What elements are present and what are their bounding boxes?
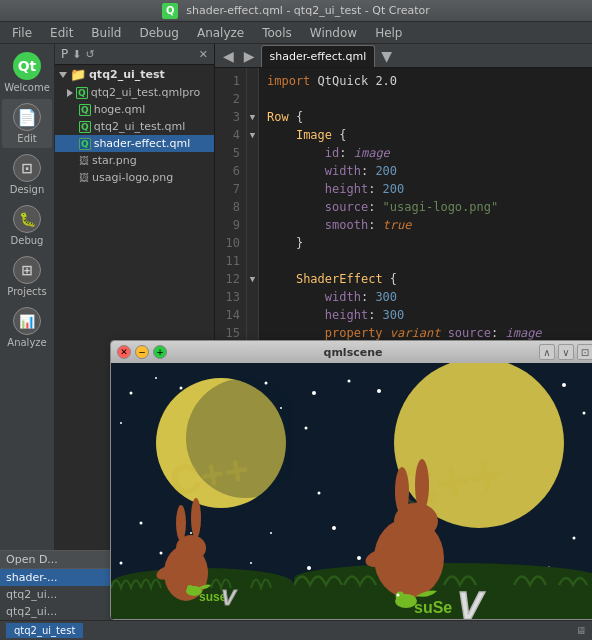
tree-item-qmlpro[interactable]: Q qtq2_ui_test.qmlpro xyxy=(55,84,214,101)
code-line-6: width: 200 xyxy=(267,162,584,180)
qtq2ui-file-icon: Q xyxy=(79,121,91,133)
prev-tab-btn[interactable]: ◀ xyxy=(219,48,238,64)
menu-help[interactable]: Help xyxy=(367,24,410,42)
menu-file[interactable]: File xyxy=(4,24,40,42)
sidebar-label-debug: Debug xyxy=(11,235,44,246)
code-line-2 xyxy=(267,90,584,108)
linenum-13: 13 xyxy=(221,288,240,306)
menu-analyze[interactable]: Analyze xyxy=(189,24,252,42)
tab-label-shader: shader-effect.qml xyxy=(270,50,367,63)
linenum-7: 7 xyxy=(221,180,240,198)
projects-icon: ⊞ xyxy=(13,256,41,284)
qmlscene-left-panel: C++ xyxy=(111,363,294,619)
linenum-14: 14 xyxy=(221,306,240,324)
editor-tabs: ◀ ▶ shader-effect.qml ▼ xyxy=(215,44,592,68)
fold-4[interactable]: ▼ xyxy=(247,126,258,144)
fold-3[interactable]: ▼ xyxy=(247,108,258,126)
fold-7 xyxy=(247,180,258,198)
svg-point-36 xyxy=(583,412,586,415)
analyze-icon: 📊 xyxy=(13,307,41,335)
linenum-2: 2 xyxy=(221,90,240,108)
folder-icon: 📁 xyxy=(70,67,86,82)
expand-icon-qmlpro xyxy=(67,89,73,97)
fold-10 xyxy=(247,234,258,252)
menu-tools[interactable]: Tools xyxy=(254,24,300,42)
tree-root[interactable]: 📁 qtq2_ui_test xyxy=(55,65,214,84)
code-line-5: id: image xyxy=(267,144,584,162)
shader-file-icon: Q xyxy=(79,138,91,150)
code-line-1: import QtQuick 2.0 xyxy=(267,72,584,90)
qmlscene-titlebar: ✕ − + qmlscene ∧ ∨ ⊡ xyxy=(111,341,592,363)
qt-icon: Qt xyxy=(13,52,41,80)
qmlpro-label: qtq2_ui_test.qmlpro xyxy=(91,86,201,99)
tree-item-shader[interactable]: Q shader-effect.qml xyxy=(55,135,214,152)
sidebar-label-design: Design xyxy=(10,184,45,195)
usagi-label: usagi-logo.png xyxy=(92,171,173,184)
fold-1 xyxy=(247,72,258,90)
tree-item-qtq2ui[interactable]: Q qtq2_ui_test.qml xyxy=(55,118,214,135)
tree-item-hoge[interactable]: Q hoge.qml xyxy=(55,101,214,118)
svg-point-39 xyxy=(357,556,361,560)
svg-text:suSe: suSe xyxy=(414,599,452,616)
qmlscene-max-btn[interactable]: + xyxy=(153,345,167,359)
linenum-1: 1 xyxy=(221,72,240,90)
code-line-13: width: 300 xyxy=(267,288,584,306)
sidebar-item-debug[interactable]: 🐛 Debug xyxy=(2,201,52,250)
fold-14 xyxy=(247,306,258,324)
svg-point-12 xyxy=(160,552,163,555)
hoge-label: hoge.qml xyxy=(94,103,146,116)
qmlscene-min-btn[interactable]: − xyxy=(135,345,149,359)
sidebar-item-design[interactable]: ⊡ Design xyxy=(2,150,52,199)
star-label: star.png xyxy=(92,154,137,167)
linenum-9: 9 xyxy=(221,216,240,234)
menu-debug[interactable]: Debug xyxy=(131,24,186,42)
close-tree-btn[interactable]: ✕ xyxy=(199,48,208,61)
svg-point-25 xyxy=(187,585,193,591)
linenum-10: 10 xyxy=(221,234,240,252)
monitor-icon: 🖥 xyxy=(576,625,586,636)
qtq2ui-label: qtq2_ui_test.qml xyxy=(94,120,186,133)
next-tab-btn[interactable]: ▶ xyxy=(240,48,259,64)
fold-12[interactable]: ▼ xyxy=(247,270,258,288)
tree-item-usagi[interactable]: 🖼 usagi-logo.png xyxy=(55,169,214,186)
shader-label: shader-effect.qml xyxy=(94,137,191,150)
svg-point-5 xyxy=(155,377,157,379)
fold-11 xyxy=(247,252,258,270)
linenum-11: 11 xyxy=(221,252,240,270)
sidebar-label-welcome: Welcome xyxy=(4,82,50,93)
fold-13 xyxy=(247,288,258,306)
tab-shader-effect[interactable]: shader-effect.qml xyxy=(261,45,376,67)
debug-icon: 🐛 xyxy=(13,205,41,233)
svg-point-34 xyxy=(305,427,308,430)
sidebar-item-analyze[interactable]: 📊 Analyze xyxy=(2,303,52,352)
star-file-icon: 🖼 xyxy=(79,155,89,166)
qmlscene-down-btn[interactable]: ∨ xyxy=(558,344,574,360)
code-line-4: Image { xyxy=(267,126,584,144)
svg-point-13 xyxy=(250,562,252,564)
fold-8 xyxy=(247,198,258,216)
linenum-4: 4 xyxy=(221,126,240,144)
svg-text:V: V xyxy=(221,585,238,610)
sidebar-item-welcome[interactable]: Qt Welcome xyxy=(2,48,52,97)
qmlscene-up-btn[interactable]: ∧ xyxy=(539,344,555,360)
fold-2 xyxy=(247,90,258,108)
status-tab-project[interactable]: qtq2_ui_test xyxy=(6,623,83,638)
menu-build[interactable]: Build xyxy=(83,24,129,42)
menu-window[interactable]: Window xyxy=(302,24,365,42)
qmlscene-right-btns: ∧ ∨ ⊡ xyxy=(539,344,592,360)
sync-btn[interactable]: ↺ xyxy=(85,48,94,61)
qmlscene-restore-btn[interactable]: ⊡ xyxy=(577,344,592,360)
sidebar-item-edit[interactable]: 📄 Edit xyxy=(2,99,52,148)
filter-btn[interactable]: ⬇ xyxy=(72,48,81,61)
tab-dropdown-btn[interactable]: ▼ xyxy=(377,48,396,64)
code-line-8: source: "usagi-logo.png" xyxy=(267,198,584,216)
sidebar-item-projects[interactable]: ⊞ Projects xyxy=(2,252,52,301)
menu-edit[interactable]: Edit xyxy=(42,24,81,42)
svg-point-41 xyxy=(307,566,311,570)
qmlscene-window: ✕ − + qmlscene ∧ ∨ ⊡ C++ xyxy=(110,340,592,620)
hoge-file-icon: Q xyxy=(79,104,91,116)
tree-item-star[interactable]: 🖼 star.png xyxy=(55,152,214,169)
svg-point-9 xyxy=(280,407,282,409)
qmlscene-close-btn[interactable]: ✕ xyxy=(117,345,131,359)
svg-point-7 xyxy=(120,422,122,424)
